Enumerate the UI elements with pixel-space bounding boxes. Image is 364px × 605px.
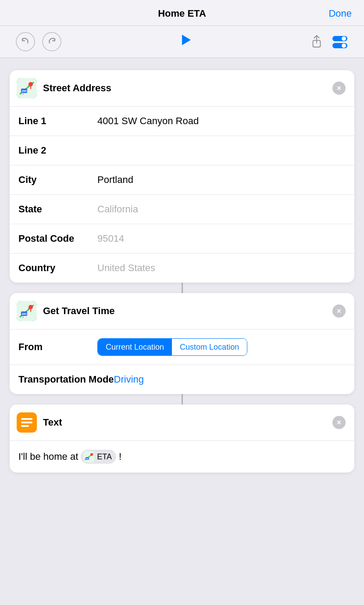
toolbar-left: [16, 32, 61, 51]
city-label: City: [18, 174, 97, 186]
toolbar-center: [178, 32, 193, 51]
field-row-postal: Postal Code 95014: [10, 224, 354, 254]
travel-time-title: Get Travel Time: [43, 305, 332, 317]
redo-button[interactable]: [42, 32, 61, 51]
share-icon: [310, 35, 324, 49]
svg-rect-21: [21, 418, 32, 420]
svg-point-5: [342, 43, 346, 48]
svg-point-3: [342, 36, 346, 41]
transportation-value[interactable]: Driving: [114, 374, 144, 385]
text-card-icon: [17, 412, 37, 433]
field-row-line1: Line 1 4001 SW Canyon Road: [10, 107, 354, 136]
field-row-country: Country United States: [10, 254, 354, 283]
svg-text:280: 280: [86, 458, 89, 460]
svg-marker-0: [182, 35, 191, 45]
text-card: Text × I'll be home at 280 ETA !: [10, 405, 354, 473]
text-suffix: !: [119, 451, 121, 462]
line2-label: Line 2: [18, 145, 97, 156]
undo-icon: [21, 37, 30, 47]
line1-value: 4001 SW Canyon Road: [97, 115, 346, 127]
toolbar-right: [310, 34, 348, 49]
travel-time-close-button[interactable]: ×: [332, 304, 346, 318]
text-card-header: Text ×: [10, 405, 354, 441]
street-address-close-button[interactable]: ×: [332, 82, 346, 95]
svg-rect-22: [21, 422, 32, 423]
share-button[interactable]: [310, 35, 324, 49]
travel-maps-icon: 280: [17, 301, 37, 321]
settings-toggle-button[interactable]: [332, 34, 348, 49]
play-icon: [178, 32, 193, 48]
custom-location-option[interactable]: Custom Location: [172, 339, 247, 355]
from-segmented-control[interactable]: Current Location Custom Location: [97, 338, 247, 356]
page-title: Home ETA: [43, 8, 321, 19]
text-prefix: I'll be home at: [18, 451, 78, 462]
postal-value: 95014: [97, 233, 346, 244]
top-bar: Home ETA Done: [0, 0, 364, 26]
line1-label: Line 1: [18, 115, 97, 127]
toggle-settings-icon: [332, 34, 348, 49]
from-label: From: [18, 341, 97, 353]
field-row-line2: Line 2: [10, 136, 354, 165]
eta-maps-icon: 280: [83, 451, 95, 462]
svg-text:280: 280: [21, 89, 27, 93]
text-card-title: Text: [43, 417, 332, 428]
svg-point-18: [29, 305, 33, 309]
transportation-label: Transportation Mode: [18, 374, 114, 385]
eta-badge: 280 ETA: [81, 450, 116, 464]
eta-badge-label: ETA: [97, 452, 112, 462]
text-app-icon: [17, 412, 37, 433]
svg-point-11: [29, 82, 33, 86]
field-row-state: State California: [10, 195, 354, 224]
street-address-title: Street Address: [43, 82, 332, 94]
text-card-close-button[interactable]: ×: [332, 416, 346, 429]
country-label: Country: [18, 262, 97, 274]
state-value: California: [97, 204, 346, 215]
field-row-city: City Portland: [10, 165, 354, 195]
eta-badge-icon: 280: [83, 451, 95, 462]
travel-maps-app-icon: 280: [17, 301, 37, 321]
main-content: 280 Street Address × Line 1 4001 SW Cany…: [0, 58, 364, 485]
street-address-card-header: 280 Street Address ×: [10, 70, 354, 107]
state-label: State: [18, 204, 97, 215]
postal-label: Postal Code: [18, 233, 97, 244]
field-row-from: From Current Location Custom Location: [10, 329, 354, 365]
play-button[interactable]: [178, 32, 193, 51]
toolbar: [0, 26, 364, 58]
svg-text:280: 280: [21, 312, 27, 315]
redo-icon: [47, 37, 57, 47]
country-value: United States: [97, 262, 346, 274]
done-button[interactable]: Done: [321, 8, 352, 19]
field-row-transportation: Transportation Mode Driving: [10, 365, 354, 394]
maps-app-icon: 280: [17, 78, 37, 98]
city-value: Portland: [97, 174, 346, 186]
undo-button[interactable]: [16, 32, 35, 51]
current-location-option[interactable]: Current Location: [98, 339, 172, 355]
connector-2: [182, 394, 183, 405]
maps-icon: 280: [17, 78, 37, 98]
get-travel-time-card: 280 Get Travel Time × From Current Locat…: [10, 293, 354, 394]
connector-1: [182, 283, 183, 293]
svg-rect-23: [21, 425, 29, 427]
svg-point-28: [90, 453, 93, 456]
travel-time-card-header: 280 Get Travel Time ×: [10, 293, 354, 329]
text-card-content: I'll be home at 280 ETA !: [10, 441, 354, 473]
street-address-card: 280 Street Address × Line 1 4001 SW Cany…: [10, 70, 354, 283]
